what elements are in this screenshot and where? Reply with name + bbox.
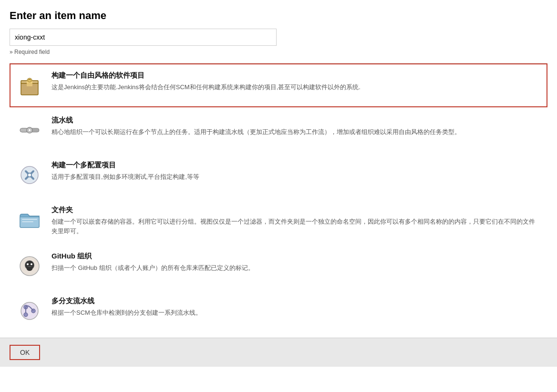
svg-point-20 [24,313,28,317]
item-desc-pipeline: 精心地组织一个可以长期运行在多个节点上的任务。适用于构建流水线（更加正式地应当称… [52,127,542,137]
item-content-pipeline: 流水线精心地组织一个可以长期运行在多个节点上的任务。适用于构建流水线（更加正式地… [52,116,542,137]
item-desc-folder: 创建一个可以嵌套存储的容器。利用它可以进行分组。视图仅仅是一个过滤器，而文件夹则… [52,217,542,236]
items-list: 构建一个自由风格的软件项目这是Jenkins的主要功能.Jenkins将会结合任… [10,63,547,333]
item-row-multibranch[interactable]: 多分支流水线根据一个SCM仓库中检测到的分支创建一系列流水线。 [10,289,547,333]
item-title-pipeline: 流水线 [52,116,542,125]
svg-point-10 [28,173,31,177]
item-content-github-org: GitHub 组织扫描一个 GitHub 组织（或者个人账户）的所有仓库来匹配已… [52,252,542,273]
page-title: Enter an item name [10,10,547,22]
item-row-freestyle[interactable]: 构建一个自由风格的软件项目这是Jenkins的主要功能.Jenkins将会结合任… [10,63,547,107]
item-title-folder: 文件夹 [52,206,542,215]
svg-point-16 [27,267,32,271]
item-content-multibranch: 多分支流水线根据一个SCM仓库中检测到的分支创建一系列流水线。 [52,297,542,318]
item-desc-multibranch: 根据一个SCM仓库中检测到的分支创建一系列流水线。 [52,308,542,318]
svg-rect-12 [22,221,33,222]
item-row-folder[interactable]: 文件夹创建一个可以嵌套存储的容器。利用它可以进行分组。视图仅仅是一个过滤器，而文… [10,198,547,243]
item-icon-pipeline [15,116,44,144]
item-icon-freestyle [15,71,44,100]
item-row-pipeline[interactable]: 流水线精心地组织一个可以长期运行在多个节点上的任务。适用于构建流水线（更加正式地… [10,108,547,152]
item-title-multi-config: 构建一个多配置项目 [52,161,542,170]
item-content-folder: 文件夹创建一个可以嵌套存储的容器。利用它可以进行分组。视图仅仅是一个过滤器，而文… [52,206,542,236]
svg-point-8 [28,129,31,132]
svg-rect-3 [27,83,32,86]
page-container: Enter an item name Required field 构建一个自由… [0,0,557,392]
svg-point-18 [31,263,32,265]
item-icon-folder [15,206,44,234]
item-desc-github-org: 扫描一个 GitHub 组织（或者个人账户）的所有仓库来匹配已定义的标记。 [52,263,542,273]
item-row-github-org[interactable]: GitHub 组织扫描一个 GitHub 组织（或者个人账户）的所有仓库来匹配已… [10,244,547,288]
item-desc-multi-config: 适用于多配置项目,例如多环境测试,平台指定构建,等等 [52,172,542,182]
svg-point-17 [27,263,29,265]
item-content-multi-config: 构建一个多配置项目适用于多配置项目,例如多环境测试,平台指定构建,等等 [52,161,542,182]
required-field-label: Required field [10,49,547,55]
item-title-github-org: GitHub 组织 [52,252,542,261]
item-title-freestyle: 构建一个自由风格的软件项目 [52,71,542,80]
item-icon-multi-config [15,161,44,189]
svg-rect-11 [22,219,37,220]
item-content-freestyle: 构建一个自由风格的软件项目这是Jenkins的主要功能.Jenkins将会结合任… [52,71,542,92]
item-icon-github-org [15,252,44,280]
item-title-multibranch: 多分支流水线 [52,297,542,306]
item-icon-multibranch [15,297,44,325]
footer: OK [0,338,557,367]
item-desc-freestyle: 这是Jenkins的主要功能.Jenkins将会结合任何SCM和任何构建系统来构… [52,83,542,92]
ok-button[interactable]: OK [10,345,40,360]
item-row-multi-config[interactable]: 构建一个多配置项目适用于多配置项目,例如多环境测试,平台指定构建,等等 [10,153,547,197]
item-name-input[interactable] [10,29,277,46]
svg-point-4 [27,78,32,82]
